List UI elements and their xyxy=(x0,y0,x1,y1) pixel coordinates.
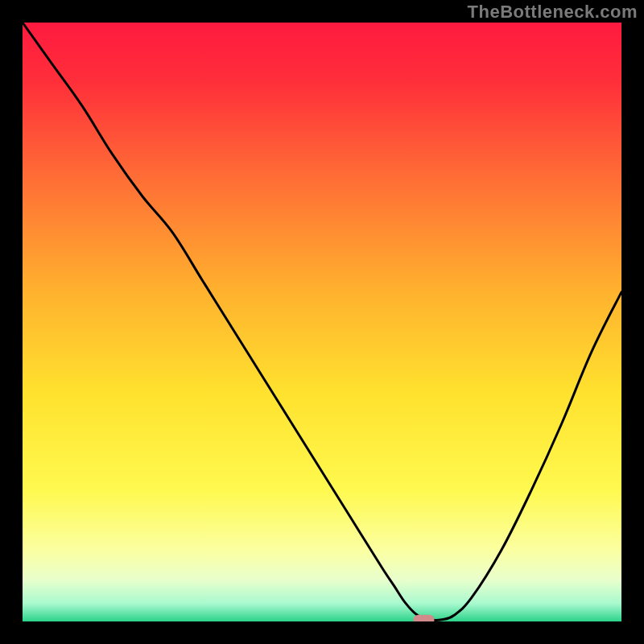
chart-marker xyxy=(413,615,434,621)
watermark-text: TheBottleneck.com xyxy=(468,2,638,23)
chart-background xyxy=(23,23,621,621)
chart-plot xyxy=(23,23,621,621)
chart-svg xyxy=(23,23,621,621)
chart-container: TheBottleneck.com xyxy=(0,0,644,644)
